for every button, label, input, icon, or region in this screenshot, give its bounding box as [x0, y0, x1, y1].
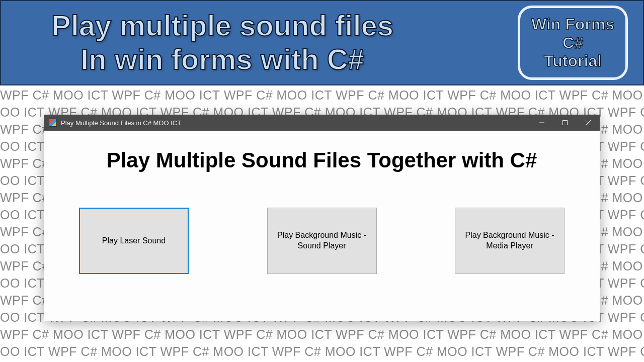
- titlebar[interactable]: Play Multiple Sound Files in C# MOO ICT: [44, 115, 600, 131]
- window-controls: [530, 115, 600, 131]
- form-heading-label: Play Multiple Sound Files Together with …: [69, 148, 575, 172]
- minimize-button[interactable]: [530, 115, 553, 131]
- play-laser-sound-button[interactable]: Play Laser Sound: [79, 208, 189, 274]
- window-client-area: Play Multiple Sound Files Together with …: [44, 131, 600, 289]
- close-button[interactable]: [577, 115, 600, 131]
- window-title-text: Play Multiple Sound Files in C# MOO ICT: [61, 119, 181, 127]
- header-title-line2: In win forms with C#: [80, 43, 364, 76]
- header-title: Play multiple sound files In win forms w…: [51, 9, 393, 76]
- badge-line2: C#: [562, 34, 583, 52]
- play-bg-music-soundplayer-button[interactable]: Play Background Music - Sound Player: [267, 208, 377, 274]
- header-badge: Win Forms C# Tutorial: [518, 6, 628, 80]
- badge-line1: Win Forms: [531, 15, 614, 34]
- badge-line3: Tutorial: [544, 52, 602, 70]
- play-bg-music-mediaplayer-button[interactable]: Play Background Music - Media Player: [455, 208, 565, 274]
- thumbnail-header: Play multiple sound files In win forms w…: [0, 0, 644, 85]
- titlebar-left: Play Multiple Sound Files in C# MOO ICT: [49, 119, 181, 127]
- header-title-line1: Play multiple sound files: [51, 9, 393, 43]
- winforms-window: Play Multiple Sound Files in C# MOO ICT …: [44, 115, 600, 321]
- svg-rect-1: [563, 121, 568, 125]
- maximize-button[interactable]: [553, 115, 577, 131]
- button-row: Play Laser Sound Play Background Music -…: [69, 208, 575, 274]
- app-icon: [49, 119, 57, 127]
